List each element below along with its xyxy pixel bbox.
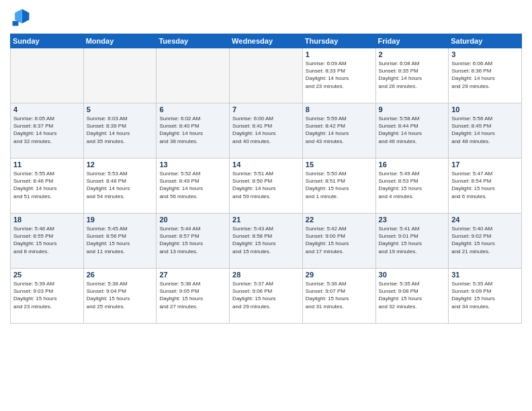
day-number: 30 bbox=[379, 271, 446, 279]
logo-icon bbox=[10, 7, 32, 28]
day-info: Sunrise: 5:50 AM Sunset: 8:51 PM Dayligh… bbox=[306, 170, 373, 200]
calendar-cell: 14Sunrise: 5:51 AM Sunset: 8:50 PM Dayli… bbox=[230, 158, 303, 214]
logo bbox=[10, 7, 34, 28]
page: SundayMondayTuesdayWednesdayThursdayFrid… bbox=[0, 0, 532, 411]
calendar-cell: 23Sunrise: 5:41 AM Sunset: 9:01 PM Dayli… bbox=[375, 214, 449, 269]
day-number: 17 bbox=[451, 161, 519, 169]
day-info: Sunrise: 5:47 AM Sunset: 8:54 PM Dayligh… bbox=[451, 170, 519, 200]
calendar-cell: 3Sunrise: 6:06 AM Sunset: 8:36 PM Daylig… bbox=[449, 48, 522, 103]
day-info: Sunrise: 5:59 AM Sunset: 8:42 PM Dayligh… bbox=[306, 115, 373, 145]
calendar-cell bbox=[230, 48, 303, 103]
calendar-cell: 26Sunrise: 5:38 AM Sunset: 9:04 PM Dayli… bbox=[83, 269, 157, 324]
col-header-wednesday: Wednesday bbox=[230, 34, 303, 48]
calendar-cell: 24Sunrise: 5:40 AM Sunset: 9:02 PM Dayli… bbox=[449, 214, 522, 269]
calendar-cell: 28Sunrise: 5:37 AM Sunset: 9:06 PM Dayli… bbox=[230, 269, 303, 324]
day-info: Sunrise: 6:02 AM Sunset: 8:40 PM Dayligh… bbox=[159, 115, 226, 145]
calendar-table: SundayMondayTuesdayWednesdayThursdayFrid… bbox=[10, 34, 522, 324]
day-info: Sunrise: 6:05 AM Sunset: 8:37 PM Dayligh… bbox=[13, 115, 81, 145]
day-info: Sunrise: 5:52 AM Sunset: 8:49 PM Dayligh… bbox=[159, 170, 226, 200]
day-number: 10 bbox=[451, 105, 519, 113]
day-info: Sunrise: 6:06 AM Sunset: 8:36 PM Dayligh… bbox=[451, 60, 519, 90]
day-number: 19 bbox=[87, 216, 154, 224]
day-number: 22 bbox=[306, 216, 373, 224]
calendar-cell bbox=[83, 48, 157, 103]
day-number: 25 bbox=[13, 271, 81, 279]
day-number: 20 bbox=[159, 216, 226, 224]
day-info: Sunrise: 5:43 AM Sunset: 8:58 PM Dayligh… bbox=[232, 225, 300, 255]
day-number: 24 bbox=[451, 216, 519, 224]
calendar-week-5: 25Sunrise: 5:39 AM Sunset: 9:03 PM Dayli… bbox=[11, 269, 522, 324]
calendar-cell: 5Sunrise: 6:03 AM Sunset: 8:39 PM Daylig… bbox=[83, 103, 157, 158]
day-number: 5 bbox=[87, 105, 154, 113]
col-header-sunday: Sunday bbox=[11, 34, 84, 48]
calendar-cell: 8Sunrise: 5:59 AM Sunset: 8:42 PM Daylig… bbox=[302, 103, 375, 158]
day-info: Sunrise: 5:36 AM Sunset: 9:07 PM Dayligh… bbox=[306, 280, 373, 310]
day-number: 11 bbox=[13, 161, 81, 169]
calendar-cell: 2Sunrise: 6:08 AM Sunset: 8:35 PM Daylig… bbox=[375, 48, 449, 103]
day-info: Sunrise: 5:35 AM Sunset: 9:08 PM Dayligh… bbox=[379, 280, 446, 310]
day-info: Sunrise: 5:38 AM Sunset: 9:05 PM Dayligh… bbox=[159, 280, 226, 310]
day-info: Sunrise: 6:09 AM Sunset: 8:33 PM Dayligh… bbox=[306, 60, 373, 90]
header bbox=[10, 7, 522, 28]
calendar-cell: 15Sunrise: 5:50 AM Sunset: 8:51 PM Dayli… bbox=[302, 158, 375, 214]
day-number: 26 bbox=[87, 271, 154, 279]
col-header-saturday: Saturday bbox=[449, 34, 522, 48]
calendar-week-1: 1Sunrise: 6:09 AM Sunset: 8:33 PM Daylig… bbox=[11, 48, 522, 103]
day-info: Sunrise: 5:35 AM Sunset: 9:09 PM Dayligh… bbox=[451, 280, 519, 310]
calendar-cell: 19Sunrise: 5:45 AM Sunset: 8:56 PM Dayli… bbox=[83, 214, 157, 269]
calendar-cell: 12Sunrise: 5:53 AM Sunset: 8:48 PM Dayli… bbox=[83, 158, 157, 214]
day-number: 9 bbox=[379, 105, 446, 113]
day-info: Sunrise: 5:49 AM Sunset: 8:53 PM Dayligh… bbox=[379, 170, 446, 200]
day-number: 16 bbox=[379, 161, 446, 169]
day-info: Sunrise: 5:39 AM Sunset: 9:03 PM Dayligh… bbox=[13, 280, 81, 310]
day-info: Sunrise: 5:46 AM Sunset: 8:55 PM Dayligh… bbox=[13, 225, 81, 255]
day-number: 3 bbox=[451, 50, 519, 58]
calendar-cell: 7Sunrise: 6:00 AM Sunset: 8:41 PM Daylig… bbox=[230, 103, 303, 158]
svg-rect-3 bbox=[13, 21, 19, 26]
calendar-cell: 22Sunrise: 5:42 AM Sunset: 9:00 PM Dayli… bbox=[302, 214, 375, 269]
calendar-week-3: 11Sunrise: 5:55 AM Sunset: 8:46 PM Dayli… bbox=[11, 158, 522, 214]
day-number: 14 bbox=[232, 161, 300, 169]
calendar-week-2: 4Sunrise: 6:05 AM Sunset: 8:37 PM Daylig… bbox=[11, 103, 522, 158]
col-header-friday: Friday bbox=[375, 34, 449, 48]
day-info: Sunrise: 6:03 AM Sunset: 8:39 PM Dayligh… bbox=[87, 115, 154, 145]
day-info: Sunrise: 5:56 AM Sunset: 8:45 PM Dayligh… bbox=[451, 115, 519, 145]
calendar-cell: 27Sunrise: 5:38 AM Sunset: 9:05 PM Dayli… bbox=[157, 269, 230, 324]
day-info: Sunrise: 5:37 AM Sunset: 9:06 PM Dayligh… bbox=[232, 280, 300, 310]
day-info: Sunrise: 5:40 AM Sunset: 9:02 PM Dayligh… bbox=[451, 225, 519, 255]
day-number: 2 bbox=[379, 50, 446, 58]
col-header-thursday: Thursday bbox=[302, 34, 375, 48]
day-number: 12 bbox=[87, 161, 154, 169]
day-info: Sunrise: 6:08 AM Sunset: 8:35 PM Dayligh… bbox=[379, 60, 446, 90]
day-number: 23 bbox=[379, 216, 446, 224]
calendar-cell: 9Sunrise: 5:58 AM Sunset: 8:44 PM Daylig… bbox=[375, 103, 449, 158]
day-number: 4 bbox=[13, 105, 81, 113]
day-info: Sunrise: 5:41 AM Sunset: 9:01 PM Dayligh… bbox=[379, 225, 446, 255]
day-info: Sunrise: 6:00 AM Sunset: 8:41 PM Dayligh… bbox=[232, 115, 300, 145]
calendar-cell: 6Sunrise: 6:02 AM Sunset: 8:40 PM Daylig… bbox=[157, 103, 230, 158]
calendar-cell: 1Sunrise: 6:09 AM Sunset: 8:33 PM Daylig… bbox=[302, 48, 375, 103]
col-header-monday: Monday bbox=[83, 34, 157, 48]
day-number: 8 bbox=[306, 105, 373, 113]
calendar-cell: 4Sunrise: 6:05 AM Sunset: 8:37 PM Daylig… bbox=[11, 103, 84, 158]
calendar-cell: 21Sunrise: 5:43 AM Sunset: 8:58 PM Dayli… bbox=[230, 214, 303, 269]
day-info: Sunrise: 5:42 AM Sunset: 9:00 PM Dayligh… bbox=[306, 225, 373, 255]
calendar-cell: 25Sunrise: 5:39 AM Sunset: 9:03 PM Dayli… bbox=[11, 269, 84, 324]
col-header-tuesday: Tuesday bbox=[157, 34, 230, 48]
header-row: SundayMondayTuesdayWednesdayThursdayFrid… bbox=[11, 34, 522, 48]
day-number: 18 bbox=[13, 216, 81, 224]
calendar-cell: 13Sunrise: 5:52 AM Sunset: 8:49 PM Dayli… bbox=[157, 158, 230, 214]
day-info: Sunrise: 5:55 AM Sunset: 8:46 PM Dayligh… bbox=[13, 170, 81, 200]
calendar-cell: 18Sunrise: 5:46 AM Sunset: 8:55 PM Dayli… bbox=[11, 214, 84, 269]
day-number: 15 bbox=[306, 161, 373, 169]
calendar-cell: 17Sunrise: 5:47 AM Sunset: 8:54 PM Dayli… bbox=[449, 158, 522, 214]
day-number: 29 bbox=[306, 271, 373, 279]
calendar-cell: 11Sunrise: 5:55 AM Sunset: 8:46 PM Dayli… bbox=[11, 158, 84, 214]
day-info: Sunrise: 5:53 AM Sunset: 8:48 PM Dayligh… bbox=[87, 170, 154, 200]
calendar-cell: 20Sunrise: 5:44 AM Sunset: 8:57 PM Dayli… bbox=[157, 214, 230, 269]
day-number: 31 bbox=[451, 271, 519, 279]
day-info: Sunrise: 5:38 AM Sunset: 9:04 PM Dayligh… bbox=[87, 280, 154, 310]
day-number: 1 bbox=[306, 50, 373, 58]
day-number: 7 bbox=[232, 105, 300, 113]
day-number: 6 bbox=[159, 105, 226, 113]
